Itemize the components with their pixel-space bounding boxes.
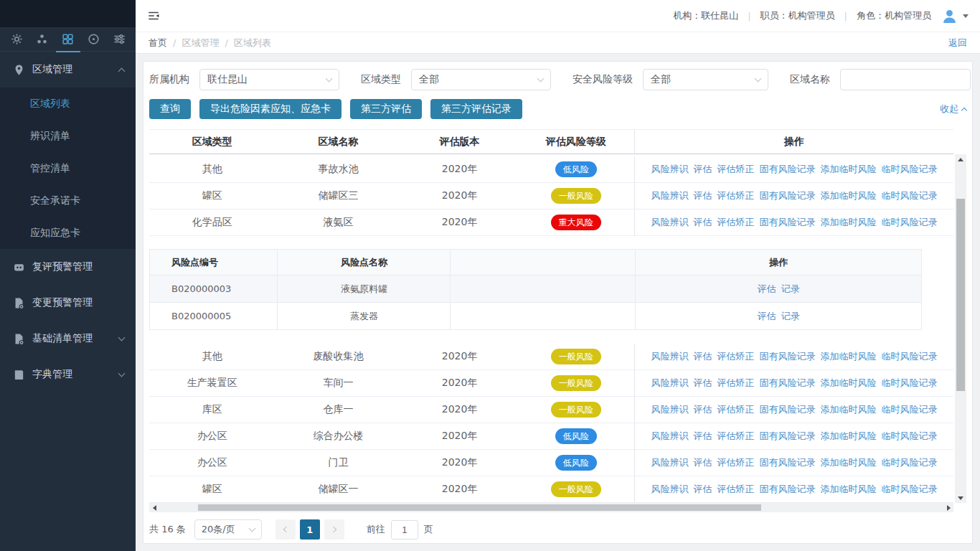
- op-link[interactable]: 评估: [693, 377, 712, 390]
- region-type-select[interactable]: 全部: [411, 69, 551, 90]
- op-link[interactable]: 风险辨识: [651, 430, 688, 443]
- op-link[interactable]: 评估矫正: [717, 483, 754, 496]
- target-icon[interactable]: [86, 32, 100, 47]
- sidebar-item-identify-list[interactable]: 辨识清单: [0, 120, 136, 152]
- op-link[interactable]: 添加临时风险: [820, 350, 876, 363]
- query-button[interactable]: 查询: [149, 99, 191, 119]
- op-link[interactable]: 临时风险记录: [881, 189, 937, 202]
- sidebar-item-region-list[interactable]: 区域列表: [0, 88, 136, 120]
- sidebar-item-review-warning[interactable]: 复评预警管理: [0, 249, 136, 285]
- op-link[interactable]: 评估矫正: [717, 189, 754, 202]
- back-button[interactable]: 返回: [948, 37, 967, 50]
- op-link[interactable]: 评估矫正: [717, 216, 754, 229]
- op-link[interactable]: 固有风险记录: [759, 377, 815, 390]
- op-link[interactable]: 临时风险记录: [881, 430, 937, 443]
- op-link[interactable]: 临时风险记录: [881, 456, 937, 469]
- op-link[interactable]: 风险辨识: [651, 456, 688, 469]
- op-link[interactable]: 固有风险记录: [759, 483, 815, 496]
- op-link[interactable]: 添加临时风险: [820, 377, 876, 390]
- op-link[interactable]: 临时风险记录: [881, 483, 937, 496]
- op-link[interactable]: 评估: [693, 430, 712, 443]
- op-link[interactable]: 评估: [693, 163, 712, 176]
- sidebar-item-region-mgmt[interactable]: 区域管理: [0, 52, 136, 88]
- collapse-sidebar-icon[interactable]: [147, 9, 160, 22]
- op-link[interactable]: 临时风险记录: [881, 216, 937, 229]
- export-card-button[interactable]: 导出危险因素应知、应急卡: [199, 99, 341, 119]
- sidebar-item-emergency-card[interactable]: 应知应急卡: [0, 217, 136, 249]
- collapse-filters-link[interactable]: 收起: [940, 103, 966, 116]
- sidebar-item-change-warning[interactable]: 变更预警管理: [0, 285, 136, 321]
- scroll-right-arrow[interactable]: [943, 503, 953, 512]
- next-page-button[interactable]: [324, 519, 344, 540]
- op-link[interactable]: 固有风险记录: [759, 430, 815, 443]
- user-menu[interactable]: [941, 7, 969, 25]
- op-link[interactable]: 临时风险记录: [881, 403, 937, 416]
- third-party-eval-button[interactable]: 第三方评估: [350, 99, 422, 119]
- op-link[interactable]: 固有风险记录: [759, 456, 815, 469]
- op-link[interactable]: 评估矫正: [717, 350, 754, 363]
- horizontal-scrollbar-thumb[interactable]: [198, 504, 761, 511]
- op-link[interactable]: 评估矫正: [717, 163, 754, 176]
- op-link[interactable]: 临时风险记录: [881, 350, 937, 363]
- risk-level-select[interactable]: 全部: [643, 69, 768, 90]
- chevron-down-icon: [118, 370, 126, 377]
- scroll-up-arrow[interactable]: [955, 154, 966, 164]
- op-link[interactable]: 临时风险记录: [881, 377, 937, 390]
- nodes-icon[interactable]: [35, 32, 50, 47]
- org-select[interactable]: 联仕昆山: [199, 69, 339, 90]
- sidebar-item-base-list-mgmt[interactable]: 基础清单管理: [0, 321, 136, 357]
- op-link[interactable]: 风险辨识: [651, 216, 688, 229]
- op-link[interactable]: 风险辨识: [651, 163, 688, 176]
- op-link[interactable]: 固有风险记录: [759, 189, 815, 202]
- op-link[interactable]: 评估: [693, 456, 712, 469]
- op-link[interactable]: 评估: [758, 310, 776, 323]
- op-link[interactable]: 添加临时风险: [820, 456, 876, 469]
- scroll-down-arrow[interactable]: [955, 493, 966, 503]
- op-link[interactable]: 记录: [781, 283, 800, 296]
- op-link[interactable]: 风险辨识: [651, 377, 688, 390]
- op-link[interactable]: 评估: [693, 189, 712, 202]
- op-link[interactable]: 添加临时风险: [820, 430, 876, 443]
- op-link[interactable]: 评估矫正: [717, 377, 754, 390]
- sidebar-item-control-list[interactable]: 管控清单: [0, 152, 136, 184]
- page-button-1[interactable]: 1: [300, 519, 320, 540]
- op-link[interactable]: 风险辨识: [651, 403, 688, 416]
- op-link[interactable]: 评估矫正: [717, 456, 754, 469]
- op-link[interactable]: 风险辨识: [651, 483, 688, 496]
- op-link[interactable]: 评估: [693, 216, 712, 229]
- vertical-scrollbar-thumb[interactable]: [956, 199, 965, 391]
- page-size-select[interactable]: 20条/页: [194, 519, 262, 540]
- op-link[interactable]: 添加临时风险: [820, 483, 876, 496]
- op-link[interactable]: 评估: [693, 350, 712, 363]
- breadcrumb-region-mgmt[interactable]: 区域管理: [182, 37, 219, 50]
- breadcrumb-home[interactable]: 首页: [149, 37, 167, 50]
- op-link[interactable]: 评估: [693, 483, 712, 496]
- op-link[interactable]: 添加临时风险: [820, 163, 876, 176]
- op-link[interactable]: 临时风险记录: [881, 163, 937, 176]
- op-link[interactable]: 固有风险记录: [759, 163, 815, 176]
- op-link[interactable]: 添加临时风险: [820, 216, 876, 229]
- goto-page-input[interactable]: [391, 520, 418, 540]
- grid-icon[interactable]: [61, 32, 75, 47]
- sliders-icon[interactable]: [112, 32, 126, 47]
- risk-badge: 一般风险: [551, 402, 601, 418]
- op-link[interactable]: 评估矫正: [717, 403, 754, 416]
- sidebar-item-safety-card[interactable]: 安全承诺卡: [0, 184, 136, 217]
- op-link[interactable]: 固有风险记录: [759, 216, 815, 229]
- op-link[interactable]: 评估: [758, 283, 776, 296]
- op-link[interactable]: 评估矫正: [717, 430, 754, 443]
- scroll-left-arrow[interactable]: [149, 503, 159, 512]
- prev-page-button[interactable]: [275, 519, 296, 540]
- op-link[interactable]: 风险辨识: [651, 350, 688, 363]
- op-link[interactable]: 固有风险记录: [759, 403, 815, 416]
- op-link[interactable]: 评估: [693, 403, 712, 416]
- sidebar-item-dict-mgmt[interactable]: 字典管理: [0, 357, 136, 392]
- op-link[interactable]: 风险辨识: [651, 189, 688, 202]
- op-link[interactable]: 添加临时风险: [820, 403, 876, 416]
- third-party-records-button[interactable]: 第三方评估记录: [430, 99, 522, 119]
- op-link[interactable]: 添加临时风险: [820, 189, 876, 202]
- gear-icon[interactable]: [9, 32, 24, 47]
- region-name-input[interactable]: [840, 69, 971, 90]
- op-link[interactable]: 记录: [781, 310, 800, 323]
- op-link[interactable]: 固有风险记录: [759, 350, 815, 363]
